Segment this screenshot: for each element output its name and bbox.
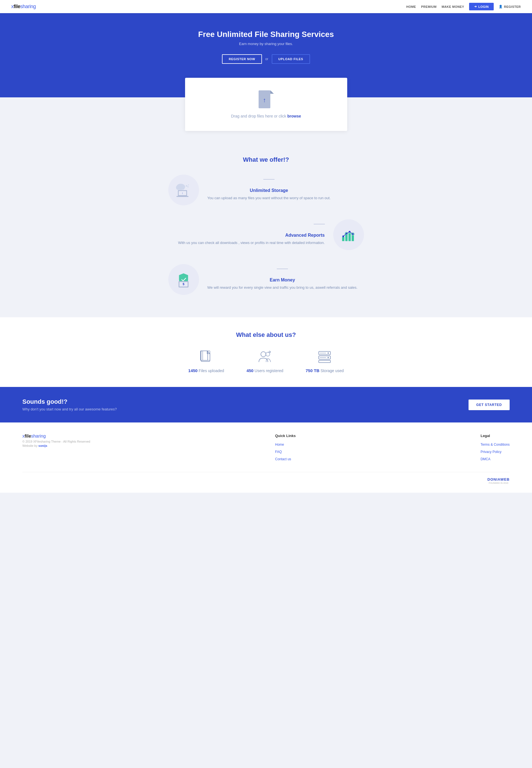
footer-link-home: Home [275,442,296,447]
upload-files-button[interactable]: UPLOAD FILES [272,54,310,64]
doniaweb-badge: DONIAWEB FOUNDED IN 2016 [488,477,510,484]
upload-file-icon: ↑ [259,90,274,108]
nav-make-money[interactable]: MAKE MONEY [442,5,464,8]
offer-text-money: Earn Money We will reward you for every … [207,269,358,291]
svg-rect-17 [352,235,354,241]
footer-made: Website by sonijs [22,444,90,447]
cta-banner: Sounds good!? Why don't you start now an… [0,387,532,422]
stat-files-number: 1450 Files uploaded [188,368,224,373]
svg-point-5 [176,185,181,190]
navbar: xfilesharing HOME PREMIUM MAKE MONEY ➜ L… [0,0,532,13]
upload-icon-wrap: ↑ [196,90,336,109]
stats-title: What else about us? [6,331,526,339]
offer-text-storage: Unlimited Storage You can upload as many… [207,179,331,201]
footer-link-contact: Contact us [275,456,296,461]
footer-made-link[interactable]: sonijs [38,444,47,447]
doniaweb-sub: FOUNDED IN 2016 [488,482,510,484]
stat-users-number: 450 Users registered [247,368,283,373]
svg-text:$: $ [183,282,185,286]
svg-text:↑: ↑ [263,96,266,103]
chart-icon [333,219,364,250]
register-nav-button[interactable]: 👤 REGISTER [499,5,521,8]
nav-home[interactable]: HOME [406,5,416,8]
footer: xfilesharing © 2019 XFilesharing Theme -… [0,422,532,493]
footer-logo-x: x [22,434,25,438]
hero-subtitle: Earn money by sharing your files. [6,42,526,46]
or-text: or [265,57,268,61]
browse-link[interactable]: browse [287,114,301,118]
stat-users: 450 Users registered [247,350,283,373]
offer-item-reports: Advanced Reports With us you can check a… [168,219,364,250]
cta-title: Sounds good!? [22,398,117,405]
offer-title: What we offer!? [6,156,526,163]
offer-reports-title: Advanced Reports [178,233,325,238]
stat-storage-number: 750 TB Storage used [306,368,344,373]
logo-sharing: sharing [20,4,36,9]
svg-point-18 [342,235,344,237]
upload-text: Drag and drop files here or click browse [196,114,336,118]
files-icon [188,350,224,365]
login-button[interactable]: ➜ LOGIN [469,3,494,10]
svg-point-8 [188,184,189,185]
offer-section: What we offer!? ↑ Unlimite [0,142,532,317]
svg-point-6 [181,186,185,190]
footer-legal-title: Legal [481,434,510,438]
svg-rect-27 [200,351,208,360]
offer-item-money: $ Earn Money We will reward you for ever… [168,264,364,295]
register-now-button[interactable]: REGISTER NOW [222,54,262,64]
svg-point-20 [349,231,351,233]
footer-logo-sharing: sharing [31,434,46,438]
footer-link-faq: FAQ [275,449,296,454]
get-started-button[interactable]: GET STARTED [469,400,510,410]
svg-rect-14 [342,237,344,241]
cloud-laptop-icon: ↑ [168,174,199,206]
footer-quicklinks-title: Quick Links [275,434,296,438]
offer-text-reports: Advanced Reports With us you can check a… [178,224,325,246]
offer-money-title: Earn Money [207,278,358,283]
upload-box[interactable]: ↑ Drag and drop files here or click brow… [185,78,347,131]
footer-logo-file: file [25,434,31,438]
logo: xfilesharing [11,4,36,10]
footer-quicklinks-list: Home FAQ Contact us [275,442,296,461]
hero-buttons: REGISTER NOW or UPLOAD FILES [6,54,526,64]
logo-x: x [11,4,14,9]
nav-premium[interactable]: PREMIUM [421,5,436,8]
offer-storage-title: Unlimited Storage [207,188,331,193]
svg-rect-15 [345,235,347,241]
upload-section: ↑ Drag and drop files here or click brow… [0,78,532,131]
footer-legal: Legal Terms & Conditions Privacy Policy … [481,434,510,464]
users-icon [247,350,283,365]
svg-point-35 [328,357,329,358]
cta-text: Sounds good!? Why don't you start now an… [22,398,117,411]
footer-logo: xfilesharing [22,434,90,439]
svg-point-30 [266,352,270,356]
nav-links: HOME PREMIUM MAKE MONEY ➜ LOGIN 👤 REGIST… [406,3,521,10]
cta-subtitle: Why don't you start now and try all our … [22,407,117,411]
footer-top: xfilesharing © 2019 XFilesharing Theme -… [22,434,510,464]
login-arrow-icon: ➜ [474,5,477,8]
svg-rect-12 [176,196,188,197]
storage-icon [306,350,344,365]
svg-point-9 [187,186,188,187]
offer-money-desc: We will reward you for every single view… [207,285,358,291]
svg-rect-16 [349,233,351,241]
footer-brand: xfilesharing © 2019 XFilesharing Theme -… [22,434,90,464]
stats-row: 1450 Files uploaded 450 Users registered [6,350,526,373]
footer-copy: © 2019 XFilesharing Theme - All Rights R… [22,440,90,443]
footer-quicklinks: Quick Links Home FAQ Contact us [275,434,296,464]
footer-bottom: DONIAWEB FOUNDED IN 2016 [22,472,510,484]
offer-reports-desc: With us you can check all downloads , vi… [178,240,325,246]
offer-item-storage: ↑ Unlimited Storage You can upload as ma… [168,174,364,206]
footer-link-dmca: DMCA [481,456,510,461]
svg-text:↑: ↑ [182,191,183,195]
money-icon: $ [168,264,199,295]
offer-divider-money [277,269,288,269]
svg-point-21 [352,233,354,235]
stats-section: What else about us? 1450 Files uploaded [0,317,532,387]
svg-point-19 [346,233,347,235]
offer-storage-desc: You can upload as many files you want wi… [207,195,331,201]
stat-storage: 750 TB Storage used [306,350,344,373]
user-icon: 👤 [499,5,503,8]
svg-point-34 [328,353,329,354]
footer-link-privacy: Privacy Policy [481,449,510,454]
